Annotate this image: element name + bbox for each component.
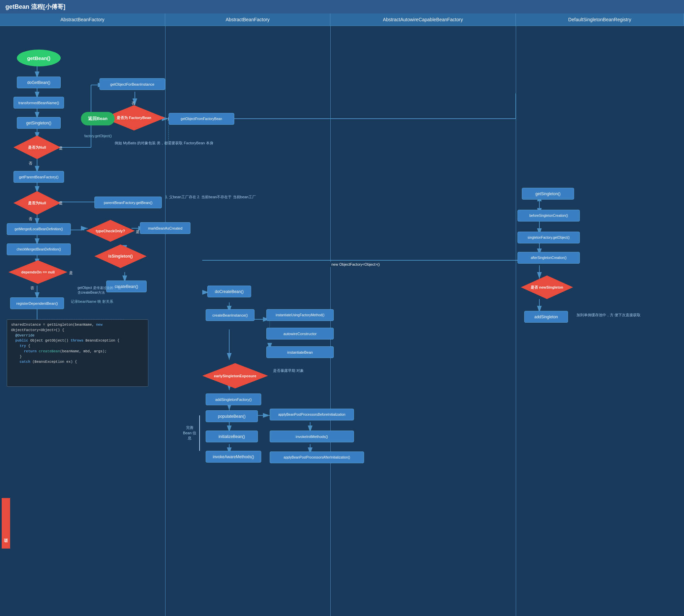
isNull1-no-label: 否 [29, 161, 32, 166]
mybatis-note: 例如 MyBatis 的对象包装 类，都需要获取 FactoryBean 本身 [115, 140, 214, 146]
getMergedLocalBeanDefinition-node: getMergedLocalBeanDefinition() [7, 223, 71, 235]
factoryGetObject-note: factory.getObject() [84, 134, 112, 138]
isNull2-yes-label: 是 [59, 201, 63, 206]
dependsOn-yes-label: 是 [69, 270, 73, 276]
typeCheckOnly-yes-label: 是 [136, 229, 139, 234]
isSingleton-yes-label: new ObjectFactory<Object>() [330, 262, 381, 267]
code-block: sharedInstance = getSingleton(beanName, … [7, 319, 148, 387]
autowireConstructor-node: autowireConstructor [266, 328, 334, 339]
col-header-1: AbstractBeanFactory [0, 14, 165, 26]
divider-1 [165, 26, 166, 616]
returnBean-node: 返回Bean [81, 112, 115, 126]
factoryBean-no-top-label: 否 [131, 101, 135, 106]
dependsOn-diamond: dependsOn == null [8, 260, 67, 284]
record-note: 记录beanName 映 射关系 [71, 299, 113, 304]
applyAfter-node: applyBeanPostProcessorsAfterInitializati… [270, 452, 364, 463]
side-label: 防盗 [2, 498, 10, 549]
typeCheckOnly-diamond: typeCheckOnly? [86, 220, 135, 242]
doGetBean-node: doGetBean() [17, 76, 61, 88]
instantiateUsingFactoryMethod-node: instantiateUsingFactoryMethod() [266, 309, 334, 321]
addSingletonFactory-node: addSingletonFactory() [206, 394, 261, 405]
instantiateBean-node: instantiateBean [266, 346, 334, 358]
parentBean-note: 1. 父bean工厂存在 2. 当前bean不存在于 当前bean工厂 [165, 195, 256, 200]
invokeAwareMethods-node: invokeAwareMethods() [206, 451, 261, 463]
registerDependentBean-node: registerDependentBean() [10, 298, 64, 309]
isSingleton-diamond: isSingleton() [94, 244, 147, 268]
getObject-note: getObject 是传递过去的， 包含createBean方法 [78, 286, 122, 295]
addSingleton-node: addSingleton [524, 311, 568, 323]
isNull1-diamond: 是否为Null [14, 135, 61, 159]
beforeSingletonCreation-node: beforeSingletonCreation() [517, 210, 580, 221]
afterSingletonCreation-node: afterSingletonCreation() [517, 252, 580, 264]
col-header-4: DefaultSingletonBeanRegistry [516, 14, 684, 26]
addSingleton-note: 加到单例缓存池中，方 便下次直接获取 [571, 312, 645, 317]
column-headers: AbstractBeanFactory AbstractBeanFactory … [0, 14, 684, 26]
divider-3 [516, 26, 516, 616]
getObjectFromFactoryBean-node: getObjectFromFactoryBean [169, 113, 234, 125]
checkMergedBeanDefinition-node: checkMergedBeanDefinition() [7, 243, 71, 255]
earlySingleton-note: 是否暴露早期 对象 [273, 368, 304, 373]
getSingleton2-node: getSingleton() [522, 188, 574, 200]
doCreateBean-node: doCreateBean() [207, 286, 251, 298]
dependsOn-no-label: 否 [30, 286, 34, 291]
getObjectForBeanInstance-node: getObjectForBeanInstance [100, 78, 165, 90]
diagram-area: getBean() doGetBean() transformedBeanNam… [0, 26, 684, 616]
divider-2 [330, 26, 331, 616]
isNull2-no-label: 否 [29, 217, 32, 221]
getBean-node: getBean() [17, 49, 61, 66]
col-header-2: AbstractBeanFactory [165, 14, 330, 26]
markBeanAsCreated-node: markBeanAsCreated [140, 222, 191, 234]
applyBefore-node: applyBeanPostProcessorsBeforeInitializat… [270, 409, 354, 420]
invokeInitMethods-node: invokeInitMethods() [270, 431, 354, 442]
completeBean-label: 完善 Bean 信息 [181, 415, 200, 451]
transformedBeanName-node: transformedBeanName() [14, 97, 64, 109]
title-text: getBean 流程[小傅哥] [5, 3, 65, 10]
initializeBean-node: initializeBean() [206, 431, 258, 442]
createBeanInstance-node: createBeanInstance() [206, 309, 255, 321]
isNewSingleton-diamond: 是否 newSingleton [521, 276, 573, 299]
getParentBeanFactory-node: getParentBeanFactory() [14, 171, 64, 183]
earlySingletonExposure-diamond: earlySingletonExposure [202, 363, 268, 389]
isNull1-yes-label: 是 [59, 146, 63, 151]
isNull2-diamond: 是否为Null [14, 191, 61, 215]
populateBean-node: populateBean() [206, 410, 258, 422]
col-header-3: AbstractAutowireCapableBeanFactory [330, 14, 516, 26]
parentBeanFactoryGetBean-node: parentBeanFactory.getBean() [94, 197, 162, 208]
getSingleton-node: getSingleton() [17, 117, 61, 129]
title-bar: getBean 流程[小傅哥] [0, 0, 684, 14]
singletonFactoryGetObject-node: singletonFactory.getObject() [517, 232, 580, 243]
